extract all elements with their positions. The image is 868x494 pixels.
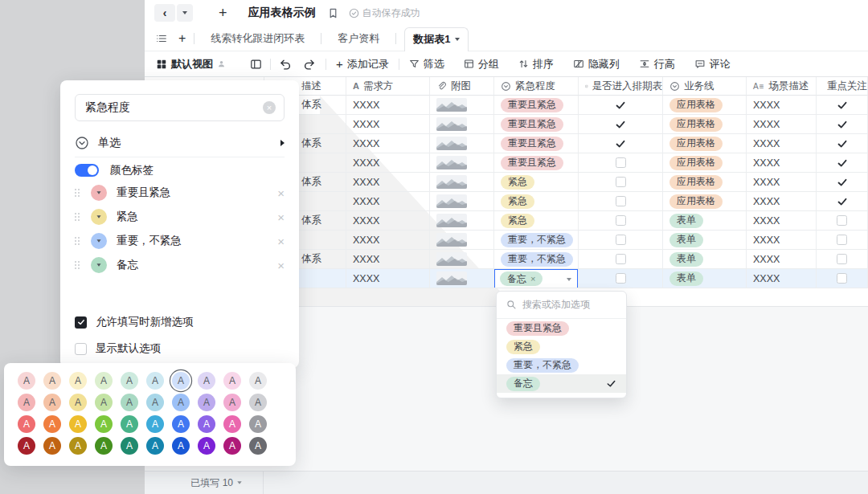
column-header-场景描述[interactable]: A≡场景描述 — [747, 77, 817, 96]
palette-color-2-6[interactable]: A — [172, 415, 190, 433]
cell-scene[interactable]: XXXX — [747, 211, 817, 231]
dropdown-option-重要，不紧急[interactable]: 重要，不紧急 — [497, 356, 626, 374]
cell-business[interactable]: 应用表格 — [663, 134, 747, 153]
bookmark-icon[interactable] — [327, 7, 339, 19]
cell-focus[interactable] — [817, 231, 868, 250]
dropdown-option-备忘[interactable]: 备忘 — [497, 374, 626, 393]
cell-business[interactable]: 表单 — [663, 269, 747, 288]
palette-color-2-3[interactable]: A — [95, 415, 113, 433]
sheet-list-icon[interactable] — [156, 33, 167, 44]
cell-attachment[interactable] — [430, 231, 494, 250]
side-panel-toggle[interactable] — [250, 59, 262, 70]
add-sheet-button[interactable]: + — [178, 31, 186, 46]
back-history-caret[interactable] — [177, 4, 193, 22]
palette-color-1-3[interactable]: A — [95, 394, 113, 411]
drag-handle-icon[interactable] — [75, 213, 80, 222]
checkbox-unchecked-icon[interactable] — [837, 273, 847, 284]
palette-color-0-0[interactable]: A — [18, 372, 35, 390]
checkbox-unchecked-icon[interactable] — [75, 343, 87, 355]
tag-重要且紧急[interactable]: 重要且紧急 — [501, 98, 563, 112]
attachment-thumbnail[interactable] — [436, 117, 467, 131]
tag-应用表格[interactable]: 应用表格 — [669, 194, 723, 209]
cell-scheduled[interactable] — [579, 96, 663, 115]
delete-option-icon[interactable]: × — [277, 210, 285, 224]
delete-option-icon[interactable]: × — [277, 186, 285, 200]
cell-scheduled[interactable] — [579, 231, 663, 250]
palette-color-3-1[interactable]: A — [43, 437, 61, 455]
show-default-option-row[interactable]: 显示默认选项 — [75, 341, 285, 356]
cell-business[interactable]: 表单 — [663, 231, 747, 250]
palette-color-3-5[interactable]: A — [146, 437, 164, 455]
tag-表单[interactable]: 表单 — [669, 214, 703, 228]
checkbox-unchecked-icon[interactable] — [616, 235, 626, 245]
palette-color-1-6[interactable]: A — [172, 394, 190, 411]
cell-attachment[interactable] — [430, 211, 494, 231]
cell-focus[interactable] — [817, 250, 868, 269]
tag-应用表格[interactable]: 应用表格 — [669, 137, 723, 151]
option-color-swatch[interactable] — [91, 257, 107, 273]
cell-attachment[interactable] — [430, 96, 494, 115]
tag-表单[interactable]: 表单 — [669, 271, 703, 286]
cell-demand[interactable]: XXXX — [346, 192, 430, 211]
palette-color-1-8[interactable]: A — [223, 394, 241, 411]
row-height-button[interactable]: 行高 — [639, 57, 675, 71]
drag-handle-icon[interactable] — [75, 237, 80, 246]
palette-color-3-4[interactable]: A — [121, 437, 138, 455]
cell-business[interactable]: 应用表格 — [663, 173, 747, 192]
checkbox-unchecked-icon[interactable] — [616, 254, 626, 264]
column-header-是否进入排期表[interactable]: 是否进入排期表 — [579, 77, 663, 96]
column-header-业务线[interactable]: 业务线 — [663, 77, 747, 96]
cell-attachment[interactable] — [430, 153, 494, 173]
palette-color-3-7[interactable]: A — [198, 437, 215, 455]
cell-scheduled[interactable] — [579, 250, 663, 269]
cell-business[interactable]: 表单 — [663, 250, 747, 269]
cell-scene[interactable]: XXXX — [747, 250, 817, 269]
delete-option-icon[interactable]: × — [277, 235, 285, 248]
cell-scheduled[interactable] — [579, 211, 663, 231]
palette-color-3-8[interactable]: A — [223, 437, 241, 455]
cell-scene[interactable]: XXXX — [747, 231, 817, 250]
tag-重要，不紧急[interactable]: 重要，不紧急 — [501, 233, 573, 247]
cell-business[interactable]: 应用表格 — [663, 192, 747, 211]
cell-scheduled[interactable] — [579, 153, 663, 173]
palette-color-0-8[interactable]: A — [223, 372, 241, 390]
palette-color-2-9[interactable]: A — [249, 415, 267, 433]
sort-button[interactable]: 排序 — [518, 57, 554, 71]
cell-urgency[interactable]: 重要且紧急 — [494, 96, 579, 115]
palette-color-1-5[interactable]: A — [146, 394, 164, 411]
attachment-thumbnail[interactable] — [436, 233, 467, 247]
palette-color-2-4[interactable]: A — [121, 415, 138, 433]
column-header-需求方[interactable]: A需求方 — [346, 77, 430, 96]
palette-color-0-4[interactable]: A — [121, 372, 138, 390]
cell-scheduled[interactable] — [579, 269, 663, 288]
tab-客户资料[interactable]: 客户资料 — [330, 26, 387, 51]
cell-attachment[interactable] — [430, 192, 494, 211]
palette-color-3-3[interactable]: A — [95, 437, 113, 455]
cell-business[interactable]: 应用表格 — [663, 115, 747, 134]
palette-color-2-1[interactable]: A — [43, 415, 61, 433]
tag-重要且紧急[interactable]: 重要且紧急 — [501, 117, 563, 132]
column-header-重点关注[interactable]: 重点关注 — [817, 77, 868, 96]
palette-color-1-9[interactable]: A — [249, 394, 267, 411]
option-color-swatch[interactable] — [91, 233, 107, 249]
group-button[interactable]: 分组 — [464, 57, 499, 71]
palette-color-1-0[interactable]: A — [18, 394, 35, 411]
cell-scene[interactable]: XXXX — [747, 96, 817, 115]
palette-color-2-0[interactable]: A — [18, 415, 35, 433]
cell-scheduled[interactable] — [579, 173, 663, 192]
checkbox-unchecked-icon[interactable] — [837, 235, 847, 245]
palette-color-0-7[interactable]: A — [198, 372, 215, 390]
dropdown-option-重要且紧急[interactable]: 重要且紧急 — [497, 319, 626, 337]
redo-button[interactable] — [302, 58, 316, 70]
attachment-thumbnail[interactable] — [436, 98, 467, 112]
attachment-thumbnail[interactable] — [436, 214, 467, 227]
tag-应用表格[interactable]: 应用表格 — [669, 175, 723, 190]
new-document-button[interactable]: + — [219, 5, 227, 22]
dropdown-option-紧急[interactable]: 紧急 — [497, 337, 626, 356]
cell-business[interactable]: 应用表格 — [663, 153, 747, 173]
cell-urgency[interactable]: 紧急 — [494, 192, 579, 211]
drag-handle-icon[interactable] — [75, 189, 80, 198]
cell-urgency[interactable]: 重要，不紧急 — [494, 250, 579, 269]
cell-scene[interactable]: XXXX — [747, 269, 817, 288]
tag-重要，不紧急[interactable]: 重要，不紧急 — [501, 252, 573, 267]
